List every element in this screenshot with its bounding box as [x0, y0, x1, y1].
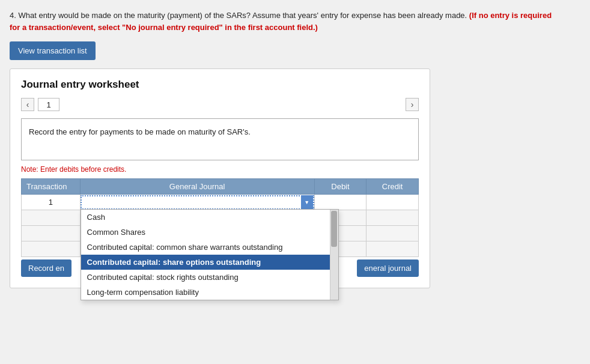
credit-cell-4[interactable] [366, 241, 419, 257]
dropdown-item-common-shares[interactable]: Common Shares [81, 225, 338, 240]
transaction-num-4 [22, 241, 81, 257]
journal-table: Transaction General Journal Debit Credit… [21, 178, 419, 257]
dropdown-list[interactable]: Cash Common Shares Contributed capital: … [81, 209, 339, 300]
debit-input-1[interactable] [318, 196, 363, 208]
worksheet-nav: ‹ 1 › [21, 98, 419, 111]
question-text: 4. What entry would be made on the matur… [10, 10, 562, 33]
dropdown-item-stock-rights[interactable]: Contributed capital: stock rights outsta… [81, 270, 338, 285]
credit-input-3[interactable] [370, 228, 415, 239]
dropdown-item-longterm-liability[interactable]: Long-term compensation liability [81, 285, 338, 300]
credit-cell-2[interactable] [366, 210, 419, 226]
transaction-num-2 [22, 210, 81, 226]
debit-cell-1[interactable] [314, 195, 366, 210]
dropdown-item-contributed-warrants[interactable]: Contributed capital: common share warran… [81, 240, 338, 255]
col-general-journal: General Journal [80, 179, 314, 195]
credit-cell-3[interactable] [366, 226, 419, 241]
dropdown-wrap[interactable] [81, 195, 314, 210]
dropdown-item-share-options[interactable]: Contributed capital: share options outst… [81, 255, 338, 270]
view-transaction-list-button[interactable]: View transaction list [10, 41, 96, 60]
table-row: 1 Cash Common Shares Contributed capital… [22, 195, 419, 210]
worksheet-title: Journal entry worksheet [21, 79, 419, 91]
question-block: 4. What entry would be made on the matur… [10, 10, 580, 33]
nav-prev-button[interactable]: ‹ [21, 98, 34, 111]
credit-input-4[interactable] [370, 243, 415, 255]
credit-input-1[interactable] [370, 196, 415, 208]
credit-input-2[interactable] [370, 212, 415, 223]
col-transaction: Transaction [22, 179, 81, 195]
add-general-journal-button[interactable]: eneral journal [357, 259, 419, 277]
dropdown-arrow-icon[interactable] [301, 195, 313, 210]
general-journal-cell[interactable]: Cash Common Shares Contributed capital: … [80, 195, 314, 210]
worksheet-description: Record the entry for payments to be made… [21, 118, 419, 160]
col-debit: Debit [314, 179, 366, 195]
dropdown-item-cash[interactable]: Cash [81, 210, 338, 225]
account-input[interactable] [82, 196, 301, 208]
worksheet-note: Note: Enter debits before credits. [21, 165, 419, 174]
col-credit: Credit [366, 179, 419, 195]
transaction-num-3 [22, 226, 81, 241]
nav-next-button[interactable]: › [406, 98, 419, 111]
dropdown-scrollbar[interactable] [330, 210, 338, 300]
transaction-num: 1 [22, 195, 81, 210]
scrollbar-thumb [331, 211, 337, 247]
page-number: 1 [38, 98, 59, 111]
credit-cell-1[interactable] [366, 195, 419, 210]
question-red-text: (If no entry is required for a transacti… [10, 11, 552, 32]
journal-entry-worksheet: Journal entry worksheet ‹ 1 › Record the… [10, 68, 430, 288]
record-entry-button[interactable]: Record en [21, 259, 71, 277]
